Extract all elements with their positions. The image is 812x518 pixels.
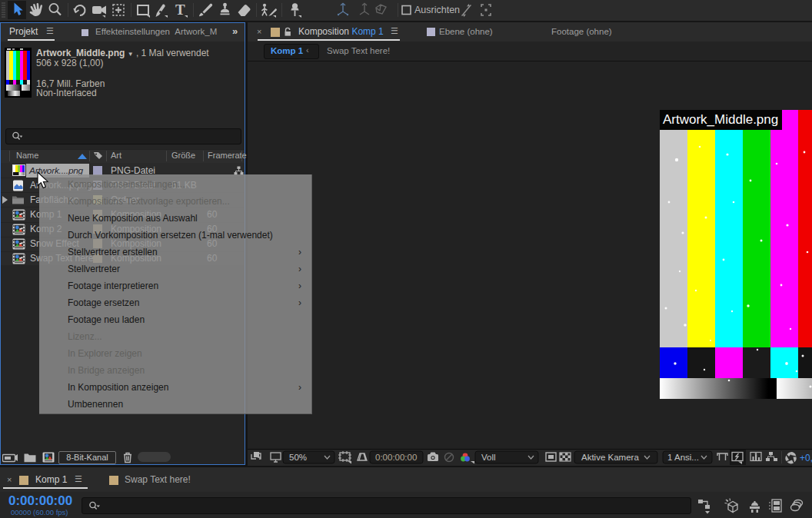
svg-text:50%: 50% bbox=[289, 453, 307, 462]
svg-text:Voll: Voll bbox=[481, 453, 496, 462]
svg-text:+0,: +0, bbox=[800, 453, 812, 463]
svg-text:1 Ansi...: 1 Ansi... bbox=[667, 453, 699, 462]
svg-text:T: T bbox=[175, 2, 185, 18]
svg-text:Aktive Kamera: Aktive Kamera bbox=[581, 453, 639, 462]
svg-text:0:00:00:00: 0:00:00:00 bbox=[375, 453, 417, 462]
svg-text:Ausrichten: Ausrichten bbox=[414, 5, 460, 15]
